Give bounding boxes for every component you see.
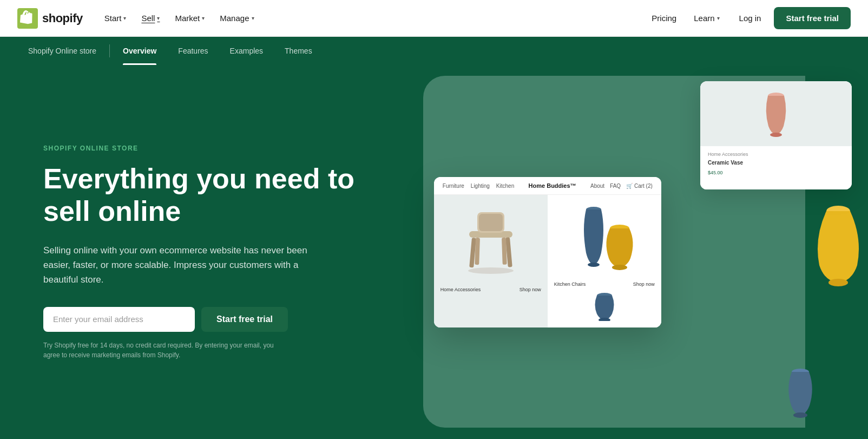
login-link[interactable]: Log in	[731, 9, 770, 27]
vases-illustration	[572, 201, 637, 277]
second-card-body: Home Accessories Ceramic Vase $45.00	[700, 146, 852, 189]
nav-item-pricing[interactable]: Pricing	[645, 9, 683, 27]
store-nav-kitchen: Kitchen	[496, 183, 514, 189]
store-about: About	[590, 183, 604, 189]
second-preview-card: Home Accessories Ceramic Vase $45.00	[700, 81, 852, 189]
logo-link[interactable]: shopify	[17, 8, 83, 29]
nav-item-sell[interactable]: Sell ▾	[135, 9, 166, 27]
sec-nav-overview[interactable]: Overview	[112, 37, 167, 65]
chevron-down-icon: ▾	[123, 15, 126, 21]
nav-item-manage[interactable]: Manage ▾	[213, 9, 260, 27]
product-section-vases: Kitchen Chairs Shop now	[548, 195, 661, 327]
visual-bg: Furniture Lighting Kitchen Home Buddies™…	[391, 65, 868, 439]
email-form-row: Start free trial	[43, 307, 357, 332]
hero-eyebrow: SHOPIFY ONLINE STORE	[43, 145, 357, 152]
nav-item-market[interactable]: Market ▾	[168, 9, 211, 27]
product-footer-vases: Kitchen Chairs Shop now	[554, 281, 655, 287]
hero-content: SHOPIFY ONLINE STORE Everything you need…	[43, 145, 357, 359]
svg-point-22	[770, 133, 782, 137]
nav-right-items: Pricing Learn ▾ Log in Start free trial	[645, 7, 851, 29]
hero-disclaimer: Try Shopify free for 14 days, no credit …	[43, 340, 281, 360]
nav-left-items: Start ▾ Sell ▾ Market ▾ Manage ▾	[98, 9, 646, 27]
chevron-down-icon: ▾	[252, 15, 254, 21]
nav-item-learn[interactable]: Learn ▾	[687, 9, 726, 27]
sec-nav-themes[interactable]: Themes	[274, 37, 323, 65]
hero-visuals: Furniture Lighting Kitchen Home Buddies™…	[391, 65, 868, 439]
product-section-chairs: Home Accessories Shop now	[434, 195, 548, 327]
svg-rect-9	[479, 214, 503, 231]
logo-text: shopify	[42, 11, 83, 25]
store-nav-links: Furniture Lighting Kitchen	[443, 183, 514, 189]
nav-item-start[interactable]: Start ▾	[98, 9, 133, 27]
hero-title: Everything you need to sell online	[43, 163, 357, 228]
chair-illustration	[448, 201, 534, 283]
second-card-category: Home Accessories	[708, 152, 844, 157]
product-footer-chairs: Home Accessories Shop now	[440, 283, 541, 292]
preview-pink-vase	[760, 89, 792, 138]
nav-divider	[109, 44, 110, 57]
shopify-logo-icon	[17, 8, 38, 29]
hero-cta-button[interactable]: Start free trial	[201, 307, 288, 332]
hero-section: SHOPIFY ONLINE STORE Everything you need…	[0, 65, 868, 439]
store-nav-lighting: Lighting	[471, 183, 490, 189]
store-body: Home Accessories Shop now	[434, 195, 661, 327]
email-input[interactable]	[43, 307, 195, 332]
store-preview-card: Furniture Lighting Kitchen Home Buddies™…	[434, 177, 661, 327]
store-header: Furniture Lighting Kitchen Home Buddies™…	[434, 177, 661, 195]
sec-nav-examples[interactable]: Examples	[219, 37, 274, 65]
store-nav-right: About FAQ 🛒 Cart (2)	[590, 183, 653, 189]
section1-label: Home Accessories	[440, 287, 481, 292]
small-blue-vase-icon	[588, 291, 621, 321]
secondary-navigation: Shopify Online store Overview Features E…	[0, 37, 868, 65]
yellow-vase-icon	[811, 195, 865, 287]
store-brand: Home Buddies™	[529, 182, 576, 189]
top-navigation: shopify Start ▾ Sell ▾ Market ▾ Manage ▾…	[0, 0, 868, 37]
sec-nav-features[interactable]: Features	[167, 37, 219, 65]
svg-point-16	[588, 263, 600, 267]
chevron-down-icon: ▾	[157, 15, 160, 21]
svg-point-6	[793, 412, 807, 418]
section1-action: Shop now	[520, 287, 541, 292]
section2-action: Shop now	[633, 281, 655, 287]
store-cart: 🛒 Cart (2)	[626, 183, 653, 189]
sec-nav-online-store[interactable]: Shopify Online store	[17, 37, 107, 65]
hero-subtitle: Selling online with your own ecommerce w…	[43, 243, 325, 287]
second-card-price: $45.00	[708, 170, 844, 175]
store-faq: FAQ	[610, 183, 621, 189]
chevron-down-icon: ▾	[202, 15, 205, 21]
nav-cta-button[interactable]: Start free trial	[774, 7, 851, 29]
svg-point-4	[828, 279, 848, 286]
second-card-title: Ceramic Vase	[708, 160, 844, 166]
svg-point-18	[612, 265, 627, 270]
store-nav-furniture: Furniture	[443, 183, 464, 189]
svg-point-14	[468, 267, 514, 274]
section2-label: Kitchen Chairs	[554, 281, 586, 287]
blue-vase-icon	[781, 366, 819, 418]
chevron-down-icon: ▾	[717, 15, 720, 21]
